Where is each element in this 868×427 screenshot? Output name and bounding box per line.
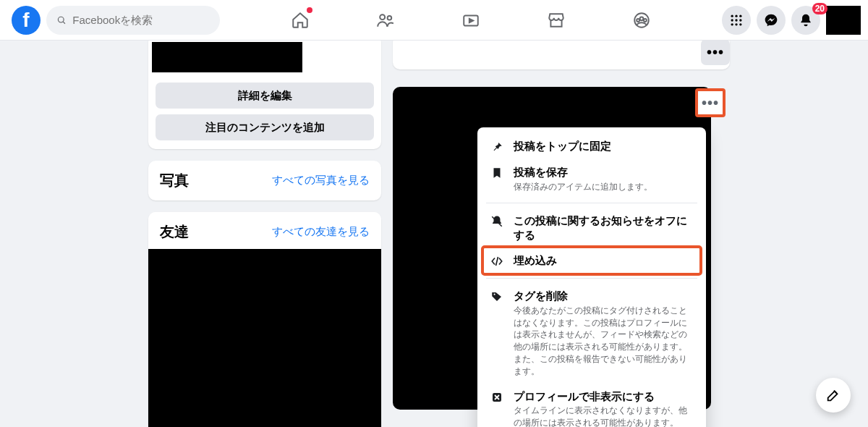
redacted-name — [152, 42, 302, 72]
tab-home[interactable] — [260, 0, 340, 41]
photos-title: 写真 — [160, 171, 189, 190]
friends-see-all-link[interactable]: すべての友達を見る — [272, 225, 370, 239]
left-column: 詳細を編集 注目のコンテンツを追加 写真 すべての写真を見る 友達 すべての友達… — [148, 35, 381, 427]
menu-hide-from-profile[interactable]: プロフィールで非表示にする タイムラインに表示されなくなりますが、他の場所には表… — [483, 384, 700, 427]
menu-embed[interactable]: 埋め込み — [483, 248, 700, 274]
menu-remove-tag[interactable]: タグを削除 今後あなたがこの投稿にタグ付けされることはなくなります。この投稿はプ… — [483, 283, 700, 383]
compose-fab[interactable] — [816, 378, 851, 413]
code-icon — [490, 255, 503, 268]
profile-more-button[interactable]: ••• — [701, 39, 730, 65]
svg-point-6 — [640, 17, 644, 20]
svg-point-15 — [731, 23, 733, 25]
menu-button[interactable] — [722, 6, 751, 35]
post-options-menu: 投稿をトップに固定 投稿を保存 保存済みのアイテムに追加します。 この投稿に関す… — [477, 127, 706, 427]
menu-label: この投稿に関するお知らせをオフにする — [514, 214, 694, 242]
groups-icon — [632, 11, 651, 30]
svg-point-11 — [739, 14, 741, 17]
menu-turn-off-notifications[interactable]: この投稿に関するお知らせをオフにする — [483, 208, 700, 248]
menu-divider — [486, 203, 697, 203]
svg-point-17 — [739, 23, 741, 25]
svg-point-8 — [644, 19, 647, 22]
tab-groups[interactable] — [602, 0, 681, 41]
menu-label: タグを削除 — [514, 289, 694, 303]
svg-point-19 — [494, 294, 495, 295]
bell-icon — [799, 13, 813, 28]
menu-divider — [486, 278, 697, 279]
svg-point-9 — [731, 14, 733, 17]
friends-icon — [376, 11, 395, 30]
messenger-button[interactable] — [757, 6, 786, 35]
intro-card: 詳細を編集 注目のコンテンツを追加 — [148, 35, 381, 149]
menu-sublabel: 今後あなたがこの投稿にタグ付けされることはなくなります。この投稿はプロフィールに… — [514, 305, 694, 378]
notifications-badge: 20 — [812, 3, 827, 14]
svg-point-16 — [735, 23, 737, 25]
svg-point-0 — [58, 17, 64, 22]
account-avatar[interactable] — [826, 6, 861, 35]
messenger-icon — [764, 13, 778, 28]
bookmark-icon — [490, 166, 503, 179]
home-notification-dot — [307, 7, 312, 13]
nav-right: 20 — [722, 6, 868, 35]
svg-point-7 — [637, 19, 639, 22]
pin-icon — [490, 140, 503, 153]
menu-label: 投稿を保存 — [514, 165, 652, 179]
menu-label: 投稿をトップに固定 — [514, 139, 611, 153]
nav-left: f — [0, 6, 220, 35]
nav-center — [220, 0, 722, 41]
menu-sublabel: タイムラインに表示されなくなりますが、他の場所には表示される可能性があります。 — [514, 405, 694, 427]
search-box[interactable] — [46, 6, 220, 35]
search-input[interactable] — [72, 14, 210, 26]
menu-grid-icon — [729, 13, 744, 28]
svg-point-12 — [731, 19, 733, 21]
compose-icon — [825, 387, 841, 403]
svg-line-1 — [63, 21, 65, 23]
svg-point-10 — [735, 14, 737, 17]
bell-off-icon — [490, 215, 503, 228]
menu-sublabel: 保存済みのアイテムに追加します。 — [514, 181, 652, 193]
edit-details-button[interactable]: 詳細を編集 — [156, 83, 374, 109]
search-icon — [56, 14, 67, 26]
tab-friends[interactable] — [346, 0, 425, 41]
watch-icon — [461, 11, 480, 30]
facebook-logo[interactable]: f — [12, 6, 41, 35]
menu-label: 埋め込み — [514, 253, 557, 268]
svg-point-14 — [739, 19, 741, 21]
tab-marketplace[interactable] — [516, 0, 596, 41]
friends-card: 友達 すべての友達を見る — [148, 212, 381, 427]
page-body: 詳細を編集 注目のコンテンツを追加 写真 すべての写真を見る 友達 すべての友達… — [0, 41, 868, 427]
notifications-button[interactable]: 20 — [791, 6, 820, 35]
friends-grid-redacted — [148, 249, 381, 427]
menu-save-post[interactable]: 投稿を保存 保存済みのアイテムに追加します。 — [483, 159, 700, 198]
tab-watch[interactable] — [431, 0, 511, 41]
add-featured-button[interactable]: 注目のコンテンツを追加 — [156, 114, 374, 140]
menu-label: プロフィールで非表示にする — [514, 389, 694, 404]
svg-point-3 — [388, 15, 392, 20]
svg-point-13 — [735, 19, 737, 21]
top-nav: f 20 — [0, 0, 868, 41]
home-icon — [291, 11, 310, 30]
menu-pin-post[interactable]: 投稿をトップに固定 — [483, 133, 700, 159]
photos-see-all-link[interactable]: すべての写真を見る — [272, 174, 370, 187]
marketplace-icon — [547, 11, 566, 30]
tag-remove-icon — [490, 290, 503, 303]
post-more-button[interactable]: ••• — [695, 88, 726, 117]
svg-point-2 — [380, 14, 385, 20]
hide-icon — [490, 391, 503, 404]
friends-title: 友達 — [160, 222, 189, 242]
photos-card: 写真 すべての写真を見る — [148, 161, 381, 200]
